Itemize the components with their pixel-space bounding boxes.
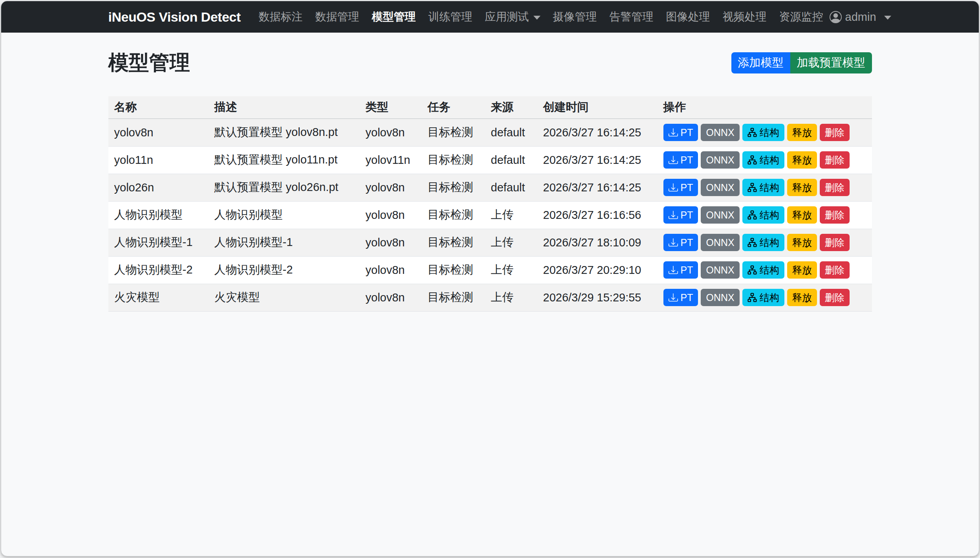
- download-onnx-button[interactable]: ONNX: [701, 234, 739, 251]
- download-icon: [669, 265, 678, 275]
- delete-button[interactable]: 删除: [820, 179, 850, 196]
- structure-button[interactable]: 结构: [742, 179, 784, 196]
- nav-item-9[interactable]: 资源监控: [773, 9, 830, 24]
- release-button[interactable]: 释放: [787, 289, 817, 306]
- nav-item-1[interactable]: 数据管理: [309, 9, 366, 24]
- nav-item-label: 资源监控: [779, 9, 823, 24]
- cell-source: 上传: [485, 229, 537, 256]
- table-row: 人物识别模型-2 人物识别模型-2 yolov8n 目标检测 上传 2026/3…: [108, 256, 872, 284]
- brand[interactable]: iNeuOS Vision Detect: [108, 9, 241, 25]
- delete-button[interactable]: 删除: [820, 151, 850, 169]
- cell-name: 火灾模型: [108, 284, 209, 311]
- diagram-icon: [747, 128, 757, 137]
- structure-button[interactable]: 结构: [742, 261, 784, 279]
- nav-item-label: 训练管理: [429, 9, 473, 24]
- download-icon: [669, 128, 678, 137]
- download-icon: [669, 183, 678, 192]
- download-icon: [669, 238, 678, 247]
- cell-task: 目标检测: [422, 146, 485, 174]
- download-onnx-button[interactable]: ONNX: [701, 206, 739, 224]
- diagram-icon: [747, 155, 757, 165]
- cell-source: default: [485, 146, 537, 174]
- nav-item-label: 数据标注: [259, 9, 303, 24]
- delete-button[interactable]: 删除: [820, 206, 850, 224]
- cell-name: yolo11n: [108, 146, 209, 174]
- column-header: 类型: [360, 96, 422, 119]
- cell-type: yolov8n: [360, 284, 422, 311]
- nav-item-label: 告警管理: [610, 9, 654, 24]
- download-pt-button[interactable]: PT: [663, 261, 698, 279]
- cell-description: 默认预置模型 yolo26n.pt: [209, 174, 360, 201]
- delete-button[interactable]: 删除: [820, 261, 850, 279]
- nav-item-label: 模型管理: [372, 9, 416, 24]
- release-button[interactable]: 释放: [787, 124, 817, 141]
- cell-created: 2026/3/29 15:29:55: [537, 284, 658, 311]
- table-row: yolov8n 默认预置模型 yolov8n.pt yolov8n 目标检测 d…: [108, 119, 872, 146]
- table-row: yolo26n 默认预置模型 yolo26n.pt yolov8n 目标检测 d…: [108, 174, 872, 201]
- nav-item-2[interactable]: 模型管理: [366, 9, 422, 24]
- load-preset-button[interactable]: 加载预置模型: [790, 52, 872, 73]
- nav-item-7[interactable]: 图像处理: [660, 9, 716, 24]
- nav-item-5[interactable]: 摄像管理: [547, 9, 603, 24]
- nav-item-4[interactable]: 应用测试: [479, 9, 547, 24]
- release-button[interactable]: 释放: [787, 179, 817, 196]
- release-button[interactable]: 释放: [787, 261, 817, 279]
- add-model-button[interactable]: 添加模型: [731, 52, 790, 73]
- nav-item-6[interactable]: 告警管理: [603, 9, 660, 24]
- cell-actions: PT ONNX 结构 释放: [658, 146, 872, 174]
- cell-description: 默认预置模型 yolov8n.pt: [209, 119, 360, 146]
- cell-task: 目标检测: [422, 256, 485, 284]
- models-table: 名称描述类型任务来源创建时间操作 yolov8n 默认预置模型 yolov8n.…: [108, 96, 872, 312]
- download-pt-button[interactable]: PT: [663, 289, 698, 306]
- release-button[interactable]: 释放: [787, 206, 817, 224]
- username: admin: [845, 11, 876, 24]
- cell-type: yolov8n: [360, 119, 422, 146]
- cell-actions: PT ONNX 结构 释放: [658, 174, 872, 201]
- structure-button[interactable]: 结构: [742, 151, 784, 169]
- cell-created: 2026/3/27 16:14:25: [537, 119, 658, 146]
- download-pt-button[interactable]: PT: [663, 124, 698, 141]
- diagram-icon: [747, 293, 757, 302]
- delete-button[interactable]: 删除: [820, 124, 850, 141]
- nav-item-0[interactable]: 数据标注: [253, 9, 309, 24]
- structure-button[interactable]: 结构: [742, 124, 784, 141]
- download-pt-button[interactable]: PT: [663, 206, 698, 224]
- nav-item-label: 摄像管理: [553, 9, 597, 24]
- structure-button[interactable]: 结构: [742, 234, 784, 251]
- release-button[interactable]: 释放: [787, 234, 817, 251]
- cell-name: 人物识别模型-1: [108, 229, 209, 256]
- download-pt-button[interactable]: PT: [663, 234, 698, 251]
- download-onnx-button[interactable]: ONNX: [701, 179, 739, 196]
- column-header: 任务: [422, 96, 485, 119]
- cell-name: yolo26n: [108, 174, 209, 201]
- diagram-icon: [747, 265, 757, 275]
- cell-type: yolov11n: [360, 146, 422, 174]
- download-onnx-button[interactable]: ONNX: [701, 289, 739, 306]
- structure-button[interactable]: 结构: [742, 289, 784, 306]
- nav-item-3[interactable]: 训练管理: [422, 9, 479, 24]
- caret-down-icon: [884, 16, 891, 20]
- download-onnx-button[interactable]: ONNX: [701, 151, 739, 169]
- nav-item-8[interactable]: 视频处理: [716, 9, 773, 24]
- user-menu[interactable]: admin: [830, 11, 891, 24]
- download-pt-button[interactable]: PT: [663, 151, 698, 169]
- column-header: 来源: [485, 96, 537, 119]
- table-row: 人物识别模型 人物识别模型 yolov8n 目标检测 上传 2026/3/27 …: [108, 201, 872, 229]
- cell-source: 上传: [485, 256, 537, 284]
- column-header: 操作: [658, 96, 872, 119]
- download-icon: [669, 210, 678, 220]
- structure-button[interactable]: 结构: [742, 206, 784, 224]
- delete-button[interactable]: 删除: [820, 234, 850, 251]
- delete-button[interactable]: 删除: [820, 289, 850, 306]
- download-onnx-button[interactable]: ONNX: [701, 124, 739, 141]
- table-body: yolov8n 默认预置模型 yolov8n.pt yolov8n 目标检测 d…: [108, 119, 872, 311]
- diagram-icon: [747, 210, 757, 220]
- cell-task: 目标检测: [422, 284, 485, 311]
- download-onnx-button[interactable]: ONNX: [701, 261, 739, 279]
- page-header: 模型管理 添加模型 加载预置模型: [108, 49, 872, 77]
- release-button[interactable]: 释放: [787, 151, 817, 169]
- download-pt-button[interactable]: PT: [663, 179, 698, 196]
- cell-created: 2026/3/27 16:16:56: [537, 201, 658, 229]
- diagram-icon: [747, 183, 757, 192]
- nav-item-label: 视频处理: [723, 9, 767, 24]
